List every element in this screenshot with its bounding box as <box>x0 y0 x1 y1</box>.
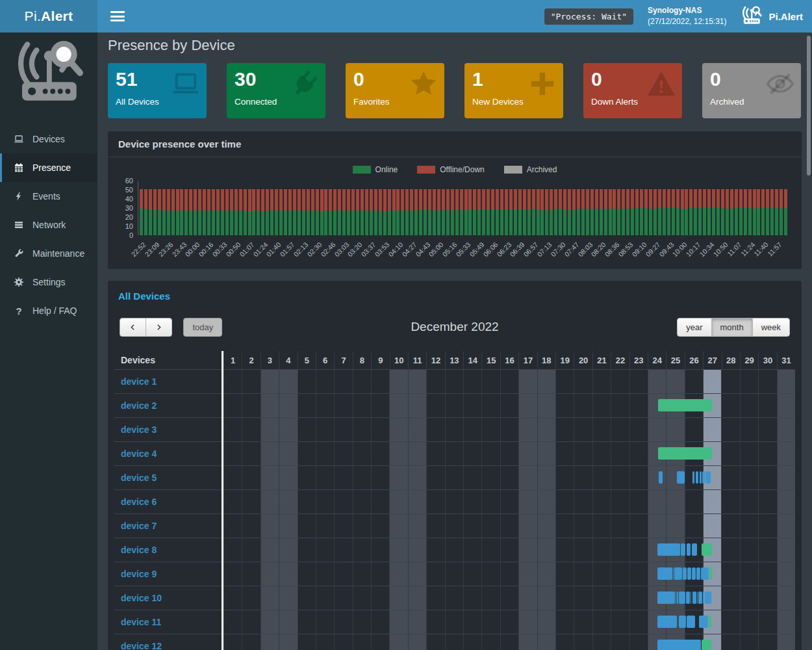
view-month-button[interactable]: month <box>711 318 753 337</box>
device-link-device-1[interactable]: device 1 <box>121 376 157 387</box>
host-name: Synology-NAS <box>648 5 726 16</box>
presence-bar[interactable] <box>710 592 711 604</box>
chart-bar <box>590 189 594 235</box>
presence-bar[interactable] <box>657 640 700 650</box>
chart-bar <box>189 189 192 235</box>
stat-card-connected[interactable]: 30Connected <box>227 63 325 118</box>
sidebar-item-maintenance[interactable]: Maintenance <box>0 239 97 268</box>
presence-bar[interactable] <box>679 592 685 604</box>
sidebar-item-settings[interactable]: Settings <box>0 268 97 296</box>
presence-bar[interactable] <box>676 592 676 604</box>
chart-bar <box>554 189 557 235</box>
warning-icon <box>646 69 676 101</box>
brand-bold: Alert <box>41 8 73 24</box>
device-link-device-5[interactable]: device 5 <box>121 473 157 483</box>
vertical-scrollbar-thumb[interactable] <box>807 36 811 176</box>
presence-bar[interactable] <box>703 592 704 604</box>
chart-bar <box>207 189 210 235</box>
presence-bar[interactable] <box>657 567 672 580</box>
day-header-18: 18 <box>537 351 555 369</box>
device-link-device-8[interactable]: device 8 <box>121 545 157 555</box>
presence-bar[interactable] <box>696 471 698 484</box>
presence-bar[interactable] <box>659 471 663 484</box>
presence-bar[interactable] <box>679 616 686 628</box>
top-navbar: Pi.Alert "Process: Wait" Synology-NAS (2… <box>0 0 812 32</box>
stat-card-new-devices[interactable]: 1New Devices <box>464 63 563 118</box>
device-presence-track <box>223 538 795 562</box>
sidebar-item-label: Devices <box>32 134 65 144</box>
day-header-17: 17 <box>518 351 537 369</box>
presence-bar[interactable] <box>683 567 687 580</box>
sidebar-item-help-faq[interactable]: ?Help / FAQ <box>0 296 97 325</box>
online-session-bar[interactable] <box>702 640 711 650</box>
presence-bar[interactable] <box>657 592 675 604</box>
presence-bar[interactable] <box>697 592 698 604</box>
sidebar-item-devices[interactable]: Devices <box>0 125 97 153</box>
day-header-24: 24 <box>648 351 666 369</box>
presence-bar[interactable] <box>657 616 677 628</box>
online-session-bar[interactable] <box>709 567 712 580</box>
presence-bar[interactable] <box>692 592 697 604</box>
stat-card-archived[interactable]: 0Archived <box>702 63 801 118</box>
presence-bar[interactable] <box>686 592 690 604</box>
stat-card-down-alerts[interactable]: 0Down Alerts <box>583 63 682 118</box>
online-session-bar[interactable] <box>709 616 711 628</box>
device-link-device-7[interactable]: device 7 <box>121 521 157 531</box>
legend-item-offline-down[interactable]: Offline/Down <box>417 165 484 174</box>
sidebar-item-events[interactable]: Events <box>0 182 97 211</box>
presence-bar[interactable] <box>692 543 697 556</box>
hamburger-menu-icon[interactable] <box>110 11 125 21</box>
sidebar-item-network[interactable]: Network <box>0 211 97 239</box>
presence-bar[interactable] <box>700 471 702 484</box>
presence-bar[interactable] <box>699 616 708 628</box>
presence-bar[interactable] <box>692 471 694 484</box>
chart-bar <box>180 189 183 235</box>
presence-bar[interactable] <box>681 543 685 556</box>
chart-bar <box>770 189 774 235</box>
stat-card-favorites[interactable]: 0Favorites <box>346 63 444 118</box>
online-session-bar[interactable] <box>658 399 713 411</box>
presence-bar[interactable] <box>707 471 711 484</box>
presence-bar[interactable] <box>687 616 696 628</box>
stat-card-all-devices[interactable]: 51All Devices <box>108 63 207 118</box>
legend-item-online[interactable]: Online <box>353 165 398 174</box>
device-link-device-9[interactable]: device 9 <box>121 569 157 579</box>
presence-bar[interactable] <box>673 567 674 580</box>
chart-bar <box>568 189 571 235</box>
sidebar-item-presence[interactable]: Presence <box>0 153 97 182</box>
presence-bar[interactable] <box>698 592 702 604</box>
device-link-device-12[interactable]: device 12 <box>121 641 162 650</box>
online-session-bar[interactable] <box>702 543 712 556</box>
device-link-device-6[interactable]: device 6 <box>121 497 157 507</box>
device-link-device-11[interactable]: device 11 <box>121 617 161 627</box>
view-week-button[interactable]: week <box>752 318 790 337</box>
legend-item-archived[interactable]: Archived <box>504 165 557 174</box>
calendar-icon <box>13 162 25 173</box>
view-year-button[interactable]: year <box>677 318 711 337</box>
presence-bar[interactable] <box>701 567 709 580</box>
online-session-bar[interactable] <box>658 447 713 460</box>
presence-bar[interactable] <box>691 592 691 604</box>
legend-swatch <box>417 166 435 174</box>
device-link-device-2[interactable]: device 2 <box>121 400 157 411</box>
presence-bar[interactable] <box>705 592 709 604</box>
device-link-device-3[interactable]: device 3 <box>121 424 157 435</box>
presence-bar[interactable] <box>692 567 695 580</box>
chart-bar <box>617 189 620 235</box>
presence-bar[interactable] <box>702 471 705 484</box>
device-link-device-4[interactable]: device 4 <box>121 448 157 459</box>
presence-bar[interactable] <box>677 471 685 484</box>
device-link-device-10[interactable]: device 10 <box>121 593 162 603</box>
chart-bar <box>396 189 400 235</box>
chart-bar <box>221 189 224 235</box>
presence-bar[interactable] <box>677 592 678 604</box>
presence-bar[interactable] <box>696 567 700 580</box>
chart-bar <box>685 189 688 235</box>
presence-bar[interactable] <box>657 543 680 556</box>
presence-bar[interactable] <box>674 567 682 580</box>
presence-bar[interactable] <box>709 592 709 604</box>
presence-bar[interactable] <box>687 567 692 580</box>
presence-bar[interactable] <box>687 543 691 556</box>
chart-bar <box>613 189 616 235</box>
brand-logo[interactable]: Pi.Alert <box>0 0 97 32</box>
